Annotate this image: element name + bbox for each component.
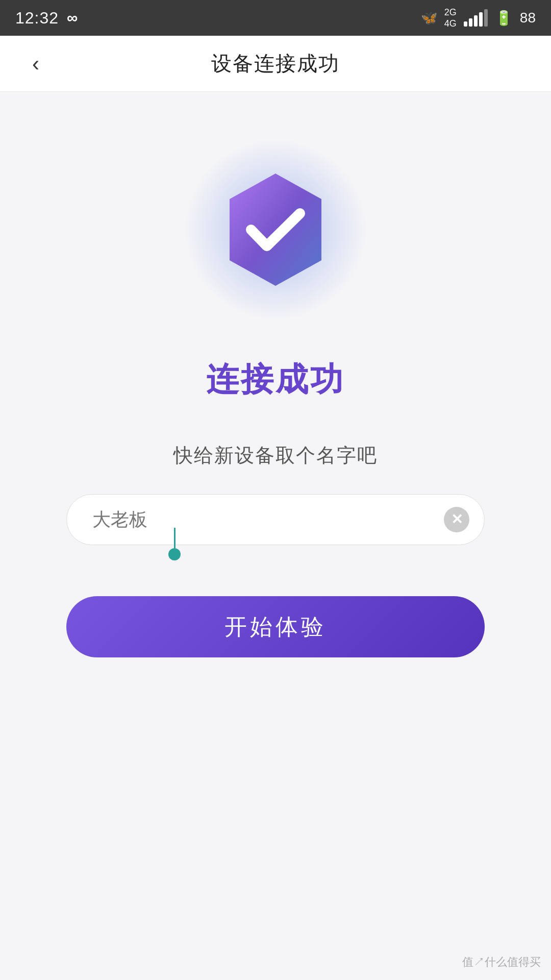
battery-icon: 🔋 <box>495 10 513 27</box>
status-left: 12:32 ∞ <box>15 9 78 28</box>
clear-input-button[interactable]: ✕ <box>444 507 469 532</box>
subtitle-text: 快给新设备取个名字吧 <box>173 443 378 469</box>
device-name-input[interactable] <box>66 494 485 545</box>
butterfly-icon: 🦋 <box>421 10 437 26</box>
device-name-field-container: ✕ <box>66 494 485 545</box>
status-infinity-icon: ∞ <box>67 9 78 27</box>
back-arrow-icon: ‹ <box>32 52 39 76</box>
network-2g-label: 2G <box>444 7 457 18</box>
status-right: 🦋 2G 4G 🔋 88 <box>421 7 536 29</box>
cursor-dot <box>168 548 181 560</box>
nav-bar: ‹ 设备连接成功 <box>0 36 551 92</box>
success-icon-container <box>179 133 372 327</box>
signal-bars <box>464 9 488 27</box>
network-4g-label: 4G <box>444 18 457 29</box>
cursor-line <box>174 528 176 548</box>
success-text: 连接成功 <box>206 357 345 402</box>
back-button[interactable]: ‹ <box>20 48 51 79</box>
clear-icon: ✕ <box>451 512 463 527</box>
start-experience-button[interactable]: 开始体验 <box>66 596 485 657</box>
battery-level: 88 <box>520 10 536 26</box>
main-content: 连接成功 快给新设备取个名字吧 ✕ 开始体验 <box>0 92 551 980</box>
page-title: 设备连接成功 <box>211 50 340 78</box>
status-time: 12:32 <box>15 9 59 28</box>
status-bar: 12:32 ∞ 🦋 2G 4G 🔋 88 <box>0 0 551 36</box>
watermark: 值↗什么值得买 <box>462 954 541 970</box>
hexagon-icon <box>214 168 337 291</box>
cursor-indicator <box>168 528 181 560</box>
start-button-label: 开始体验 <box>224 612 327 642</box>
